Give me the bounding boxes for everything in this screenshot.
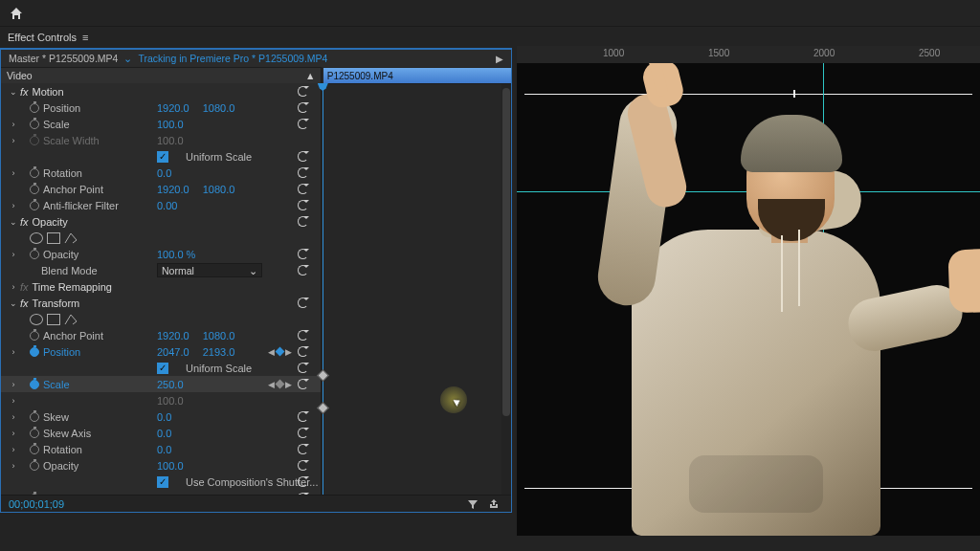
fx-badge-icon[interactable]: fx bbox=[20, 216, 29, 228]
property-label[interactable]: Position bbox=[43, 346, 80, 358]
uniform-scale-checkbox[interactable]: ✓ bbox=[157, 363, 168, 374]
rect-mask-icon[interactable] bbox=[47, 232, 60, 244]
twirl-right-icon[interactable]: › bbox=[9, 282, 18, 292]
position-y-value[interactable]: 2193.0 bbox=[203, 346, 235, 358]
stopwatch-icon[interactable] bbox=[30, 120, 39, 129]
export-icon[interactable] bbox=[488, 498, 500, 510]
playhead[interactable] bbox=[323, 84, 323, 502]
skew-value[interactable]: 0.0 bbox=[157, 411, 171, 423]
position-y-value[interactable]: 1080.0 bbox=[203, 102, 235, 114]
twirl-down-icon[interactable]: ⌄ bbox=[9, 217, 18, 227]
rect-mask-icon[interactable] bbox=[47, 314, 60, 325]
twirl-right-icon[interactable]: › bbox=[9, 347, 18, 357]
twirl-right-icon[interactable]: › bbox=[9, 461, 18, 471]
pen-mask-icon[interactable] bbox=[64, 232, 78, 244]
stopwatch-icon[interactable] bbox=[30, 461, 39, 471]
clip-bar[interactable]: P1255009.MP4 bbox=[323, 68, 511, 83]
stopwatch-icon[interactable] bbox=[30, 185, 39, 194]
anchor-y-value[interactable]: 1080.0 bbox=[203, 184, 235, 195]
scale-value[interactable]: 100.0 bbox=[157, 119, 184, 130]
reset-icon[interactable] bbox=[298, 298, 309, 309]
reset-icon[interactable] bbox=[298, 249, 309, 260]
comp-shutter-checkbox[interactable]: ✓ bbox=[157, 476, 168, 488]
reset-icon[interactable] bbox=[298, 216, 309, 228]
program-monitor[interactable]: 1000 1500 2000 2500 bbox=[517, 46, 980, 536]
monitor-horizontal-ruler[interactable]: 1000 1500 2000 2500 bbox=[517, 46, 980, 63]
reset-icon[interactable] bbox=[298, 119, 309, 130]
anchor-x-value[interactable]: 1920.0 bbox=[157, 330, 189, 342]
play-indicator-icon[interactable]: ▶ bbox=[496, 54, 503, 64]
properties-scrollbar[interactable] bbox=[501, 84, 511, 495]
twirl-down-icon[interactable]: ⌄ bbox=[9, 298, 18, 308]
next-keyframe-icon[interactable]: ▶ bbox=[285, 380, 292, 389]
reset-icon[interactable] bbox=[298, 200, 309, 211]
collapse-triangle-icon[interactable]: ▲ bbox=[305, 70, 315, 81]
effect-transform-header[interactable]: ⌄ fx Transform bbox=[1, 295, 321, 311]
pen-mask-icon[interactable] bbox=[64, 314, 78, 325]
reset-icon[interactable] bbox=[298, 428, 309, 439]
reset-icon[interactable] bbox=[298, 102, 309, 114]
stopwatch-icon[interactable] bbox=[30, 445, 39, 454]
fx-badge-icon[interactable]: fx bbox=[20, 86, 29, 98]
stopwatch-icon[interactable] bbox=[30, 103, 39, 113]
uniform-scale-checkbox[interactable]: ✓ bbox=[157, 151, 168, 163]
add-keyframe-icon[interactable] bbox=[275, 347, 284, 357]
stopwatch-icon[interactable] bbox=[30, 250, 39, 259]
position-x-value[interactable]: 1920.0 bbox=[157, 102, 189, 114]
flicker-value[interactable]: 0.00 bbox=[157, 200, 177, 211]
scale-value[interactable]: 250.0 bbox=[157, 379, 184, 390]
reset-icon[interactable] bbox=[298, 265, 309, 276]
twirl-down-icon[interactable]: ⌄ bbox=[9, 87, 18, 97]
stopwatch-icon[interactable] bbox=[30, 412, 39, 422]
stopwatch-icon[interactable] bbox=[30, 331, 39, 341]
next-keyframe-icon[interactable]: ▶ bbox=[285, 347, 292, 357]
anchor-y-value[interactable]: 1080.0 bbox=[203, 330, 235, 342]
stopwatch-icon[interactable] bbox=[30, 380, 39, 389]
stopwatch-icon[interactable] bbox=[30, 201, 39, 210]
position-x-value[interactable]: 2047.0 bbox=[157, 346, 189, 358]
stopwatch-icon[interactable] bbox=[30, 347, 39, 357]
reset-icon[interactable] bbox=[298, 330, 309, 342]
filter-icon[interactable] bbox=[467, 498, 479, 510]
twirl-right-icon[interactable]: › bbox=[9, 168, 18, 178]
ellipse-mask-icon[interactable] bbox=[30, 232, 43, 244]
reset-icon[interactable] bbox=[298, 444, 309, 455]
reset-icon[interactable] bbox=[298, 379, 309, 390]
twirl-right-icon[interactable]: › bbox=[9, 201, 18, 210]
opacity-value[interactable]: 100.0 bbox=[157, 460, 184, 472]
video-section-header[interactable]: Video ▲ bbox=[1, 67, 321, 83]
stopwatch-icon[interactable] bbox=[30, 168, 39, 178]
rotation-value[interactable]: 0.0 bbox=[157, 444, 171, 455]
skew-axis-value[interactable]: 0.0 bbox=[157, 428, 171, 439]
reset-icon[interactable] bbox=[298, 167, 309, 179]
blend-mode-dropdown[interactable]: Normal⌄ bbox=[157, 263, 262, 277]
property-label[interactable]: Scale bbox=[43, 379, 70, 390]
reset-icon[interactable] bbox=[298, 460, 309, 472]
panel-menu-icon[interactable]: ≡ bbox=[82, 32, 88, 43]
stopwatch-icon[interactable] bbox=[30, 429, 39, 438]
reset-icon[interactable] bbox=[298, 151, 309, 163]
effect-timeline-column[interactable]: 00 00,00,16,00 P1255009.MP4 bbox=[321, 67, 511, 512]
fx-badge-icon[interactable]: fx bbox=[20, 281, 29, 293]
ellipse-mask-icon[interactable] bbox=[30, 314, 43, 325]
breadcrumb-master[interactable]: Master * P1255009.MP4 bbox=[9, 53, 118, 64]
reset-icon[interactable] bbox=[298, 411, 309, 423]
twirl-right-icon[interactable]: › bbox=[9, 120, 18, 129]
twirl-right-icon[interactable]: › bbox=[9, 380, 18, 389]
home-button[interactable] bbox=[8, 5, 25, 22]
fx-badge-icon[interactable]: fx bbox=[20, 298, 29, 309]
reset-icon[interactable] bbox=[298, 476, 309, 488]
effect-controls-tab[interactable]: Effect Controls ≡ bbox=[0, 27, 980, 48]
rotation-value[interactable]: 0.0 bbox=[157, 167, 171, 179]
opacity-value[interactable]: 100.0 % bbox=[157, 249, 195, 260]
prev-keyframe-icon[interactable]: ◀ bbox=[268, 380, 275, 389]
reset-icon[interactable] bbox=[298, 86, 309, 98]
effect-opacity-header[interactable]: ⌄ fx Opacity bbox=[1, 213, 321, 230]
timecode-display[interactable]: 00;00;01;09 bbox=[9, 498, 64, 510]
prev-keyframe-icon[interactable]: ◀ bbox=[268, 347, 275, 357]
effect-time-remap-header[interactable]: › fx Time Remapping bbox=[1, 278, 321, 295]
reset-icon[interactable] bbox=[298, 346, 309, 358]
twirl-right-icon[interactable]: › bbox=[9, 445, 18, 454]
twirl-right-icon[interactable]: › bbox=[9, 412, 18, 422]
twirl-right-icon[interactable]: › bbox=[9, 429, 18, 438]
